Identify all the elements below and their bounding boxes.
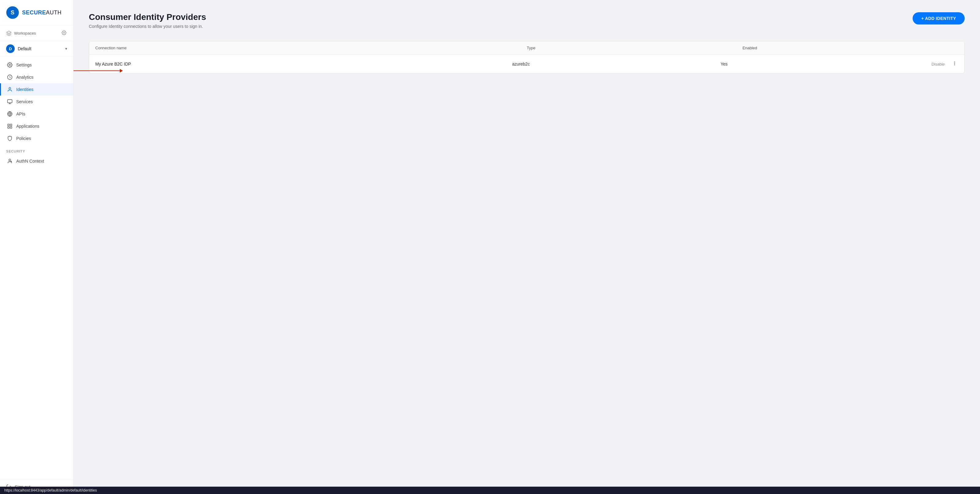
connection-name-cell: My Azure B2C IDP [95,62,512,67]
row-options-button[interactable] [951,60,958,68]
logo-text: SECUREAUTH [22,10,62,16]
policies-icon [7,136,13,141]
table-row: My Azure B2C IDP azureb2c Yes Disable [89,55,964,73]
gear-icon [62,30,67,35]
sidebar-item-label: Settings [16,62,32,67]
svg-text:S: S [11,10,14,16]
main-area: Consumer Identity Providers Configure Id… [73,0,980,494]
svg-point-18 [9,159,11,161]
type-cell: azureb2c [512,62,721,67]
identities-table: Connection name Type Enabled My Azure B2… [89,41,965,73]
svg-rect-14 [8,124,9,125]
sidebar-item-identities[interactable]: Identities [0,83,73,95]
avatar: D [6,44,15,53]
sidebar-item-label: Identities [16,87,33,92]
nav-section: Settings Analytics Identities [0,56,73,480]
layers-icon [6,31,12,36]
sidebar-item-services[interactable]: Services [0,95,73,108]
svg-point-3 [64,32,65,33]
svg-point-4 [9,64,11,66]
workspace-settings-button[interactable] [61,30,67,37]
default-workspace-row[interactable]: D Default ▾ [0,41,73,56]
secureauth-logo-icon: S [6,6,19,19]
svg-point-24 [954,65,955,65]
settings-icon [7,62,13,68]
arrow-line [73,70,123,71]
svg-line-7 [10,77,11,78]
svg-rect-17 [10,127,12,128]
table-header: Connection name Type Enabled [89,41,964,55]
page-title-block: Consumer Identity Providers Configure Id… [89,12,206,29]
sidebar-item-authn-context[interactable]: AuthN Context [0,155,73,167]
analytics-icon [7,75,13,80]
apis-icon [7,111,13,117]
sidebar-item-settings[interactable]: Settings [0,59,73,71]
security-section-label: Security [0,145,73,155]
services-icon [7,99,13,105]
workspace-name: Default [18,46,31,51]
sidebar-item-analytics[interactable]: Analytics [0,71,73,83]
svg-rect-15 [10,124,12,125]
status-bar-url: https://localhost:8443/app/default/admin… [4,488,97,492]
svg-point-8 [9,87,11,89]
authn-context-icon [7,158,13,164]
table-header-type: Type [527,46,743,50]
sidebar-item-label: Services [16,99,33,104]
table-row-actions: Disable [929,60,958,68]
sidebar-item-apis[interactable]: APIs [0,108,73,120]
table-header-connection-name: Connection name [95,46,527,50]
page-header: Consumer Identity Providers Configure Id… [89,12,965,29]
sidebar-item-label: Analytics [16,75,33,79]
svg-marker-2 [7,31,11,33]
page-title: Consumer Identity Providers [89,12,206,22]
svg-point-22 [954,62,955,62]
sidebar-item-label: AuthN Context [16,159,44,164]
applications-icon [7,124,13,129]
workspaces-label: Workspaces [6,31,36,36]
workspace-row: Workspaces [0,25,73,41]
enabled-cell: Yes [721,62,929,67]
more-options-icon [952,61,957,66]
arrow-annotation [73,70,123,71]
logo-area: S SECUREAUTH [0,0,73,25]
sidebar-item-policies[interactable]: Policies [0,132,73,145]
disable-button[interactable]: Disable [929,60,947,68]
page-subtitle: Configure Identity connections to allow … [89,24,206,29]
svg-rect-16 [8,127,9,128]
add-identity-button[interactable]: + ADD IDENTITY [913,12,965,24]
identities-icon [7,87,13,92]
table-header-enabled: Enabled [743,46,958,50]
sidebar-item-label: Policies [16,136,31,141]
main-content: Consumer Identity Providers Configure Id… [73,0,980,494]
svg-rect-9 [8,100,12,103]
chevron-down-icon: ▾ [65,46,67,51]
sidebar: S SECUREAUTH Workspaces D Default [0,0,73,494]
sidebar-item-label: Applications [16,124,40,129]
status-bar: https://localhost:8443/app/default/admin… [0,487,980,494]
sidebar-item-label: APIs [16,111,25,116]
svg-point-23 [954,63,955,64]
sidebar-item-applications[interactable]: Applications [0,120,73,132]
